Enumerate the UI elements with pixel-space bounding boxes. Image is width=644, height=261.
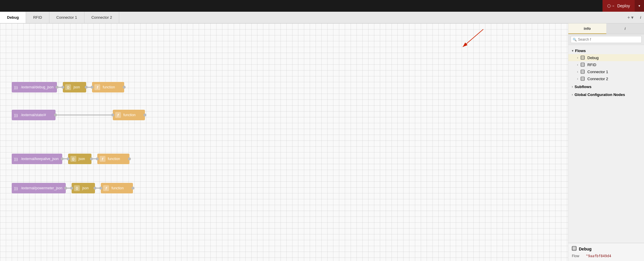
tab-connector1-label: Connector 1 <box>56 15 77 20</box>
deploy-button[interactable]: ⬡→ Deploy <box>603 0 635 12</box>
chevron-right-icon: › <box>572 85 573 88</box>
json-icon: {} <box>70 156 76 162</box>
node-port-right <box>85 86 88 89</box>
tree-item-rfid[interactable]: › RFID <box>568 61 644 68</box>
chevron-right-icon: › <box>577 63 578 66</box>
mqtt-node-label: /external/debug_json <box>21 85 53 89</box>
json-icon: {} <box>74 185 80 191</box>
mqtt-node[interactable]: )))/external/debug_json <box>12 82 57 92</box>
tab-connector2-label: Connector 2 <box>91 15 112 20</box>
tree-item-connector1[interactable]: › Connector 1 <box>568 68 644 75</box>
tree-section-global-config: › Global Configuration Nodes <box>568 91 644 98</box>
tree-item-debug[interactable]: › Debug <box>568 54 644 61</box>
tree-global-config-header[interactable]: › Global Configuration Nodes <box>568 91 644 98</box>
sidebar-detail-title: Debug <box>572 246 640 252</box>
chevron-right-icon: › <box>577 77 578 80</box>
mqtt-node[interactable]: )))/external/state/# <box>12 110 56 120</box>
json-node-label: json <box>79 157 85 161</box>
detail-flow-row: Flow "9aafbf849d4 <box>572 254 640 258</box>
tab-connector1[interactable]: Connector 1 <box>49 12 84 23</box>
sidebar-tab-config[interactable]: i <box>606 23 644 34</box>
sidebar-search-area: 🔍 <box>568 34 644 45</box>
node-port-right <box>143 114 146 116</box>
tab-rfid-label: RFID <box>33 15 42 20</box>
function-node[interactable]: ffunction <box>92 82 124 92</box>
svg-rect-14 <box>572 246 576 250</box>
function-icon: f <box>100 156 105 162</box>
tree-item-connector1-label: Connector 1 <box>587 70 608 74</box>
svg-rect-2 <box>581 56 584 59</box>
wire-connector <box>56 115 113 115</box>
tab-rfid[interactable]: RFID <box>26 12 49 23</box>
sidebar-tab-info[interactable]: info <box>568 23 606 34</box>
flow-icon-connector1 <box>580 69 585 74</box>
detail-flow-label: Flow <box>572 254 584 258</box>
json-node[interactable]: {}json <box>68 154 91 164</box>
global-config-label: Global Configuration Nodes <box>574 92 625 97</box>
chevron-right-icon: › <box>572 93 573 96</box>
chevron-down-icon: ▾ <box>638 4 640 8</box>
node-port-left <box>67 157 70 160</box>
json-node-label: json <box>82 186 89 190</box>
subflows-label: Subflows <box>574 85 591 89</box>
tree-item-rfid-label: RFID <box>587 63 596 67</box>
top-bar: ⬡→ Deploy ▾ <box>0 0 644 12</box>
flow-row: )))/external/state/#ffunction <box>12 110 145 120</box>
search-icon: 🔍 <box>573 38 577 42</box>
add-tab-button[interactable]: + ▾ <box>624 12 637 23</box>
tree-item-connector2-label: Connector 2 <box>587 77 608 81</box>
tree-section-flows: ▾ Flows › Debug › <box>568 47 644 82</box>
node-port-right <box>131 187 134 190</box>
tab-info-icon[interactable]: i <box>637 12 644 23</box>
tree-item-debug-label: Debug <box>587 56 598 60</box>
svg-rect-11 <box>581 77 584 80</box>
mqtt-node[interactable]: )))/external/keepalive_json <box>12 154 62 164</box>
detail-flow-value: "9aafbf849d4 <box>586 254 611 258</box>
flow-row: )))/external/powermeter_json{}jsonffunct… <box>12 183 133 193</box>
json-node[interactable]: {}json <box>63 82 86 92</box>
function-icon: f <box>94 84 100 90</box>
tab-debug[interactable]: Debug <box>0 12 26 23</box>
node-port-right <box>56 86 58 89</box>
function-node-label: function <box>123 113 136 117</box>
arrow-annotation <box>457 23 492 53</box>
svg-rect-5 <box>581 63 584 66</box>
mqtt-icon: ))) <box>14 186 18 190</box>
function-node[interactable]: ffunction <box>97 154 129 164</box>
json-icon: {} <box>65 84 71 90</box>
node-port-right <box>90 157 93 160</box>
info-icon-sidebar: i <box>624 26 626 31</box>
tree-item-connector2[interactable]: › Connector 2 <box>568 75 644 82</box>
function-node[interactable]: ffunction <box>101 183 133 193</box>
mqtt-icon: ))) <box>14 85 18 90</box>
function-node-label: function <box>103 85 115 89</box>
function-node[interactable]: ffunction <box>113 110 145 120</box>
node-port-left <box>111 114 114 116</box>
sidebar-detail-panel: Debug Flow "9aafbf849d4 <box>568 243 644 261</box>
svg-rect-8 <box>581 70 584 73</box>
flow-icon-connector2 <box>580 76 585 81</box>
flow-row: )))/external/debug_json{}jsonffunction <box>12 82 124 92</box>
deploy-label: Deploy <box>617 4 630 8</box>
flows-label: Flows <box>575 49 586 53</box>
function-icon: f <box>115 112 121 118</box>
node-port-left <box>99 187 102 190</box>
deploy-dropdown-button[interactable]: ▾ <box>635 0 644 12</box>
plus-icon: + <box>627 15 630 20</box>
mqtt-node-label: /external/powermeter_json <box>21 186 62 190</box>
sidebar-tab-bar: info i <box>568 23 644 34</box>
chevron-down-icon: ▾ <box>572 49 573 52</box>
tree-flows-header[interactable]: ▾ Flows <box>568 47 644 54</box>
mqtt-node[interactable]: )))/external/powermeter_json <box>12 183 66 193</box>
json-node-label: json <box>73 85 80 89</box>
node-port-right <box>94 187 96 190</box>
sidebar: info i 🔍 ▾ Flows › <box>568 23 644 261</box>
deploy-icon: ⬡→ <box>607 4 615 8</box>
flow-canvas[interactable]: )))/external/debug_json{}jsonffunction))… <box>0 23 568 261</box>
sidebar-tab-info-label: info <box>584 26 591 31</box>
tab-connector2[interactable]: Connector 2 <box>84 12 120 23</box>
json-node[interactable]: {}json <box>72 183 95 193</box>
mqtt-node-label: /external/keepalive_json <box>21 157 59 161</box>
search-input[interactable] <box>571 36 642 43</box>
tree-subflows-header[interactable]: › Subflows <box>568 83 644 90</box>
